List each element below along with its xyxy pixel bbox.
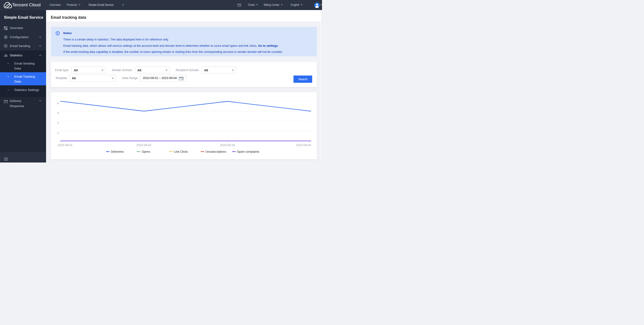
svg-text:Deliveries: Deliveries: [111, 150, 124, 154]
svg-text:1: 1: [57, 132, 59, 135]
svg-text:2: 2: [57, 121, 59, 124]
svg-text:2023-09-01: 2023-09-01: [58, 144, 72, 147]
svg-text:2023-09-03: 2023-09-03: [220, 144, 235, 147]
svg-text:Spam complaints: Spam complaints: [237, 150, 259, 154]
svg-text:3: 3: [57, 112, 59, 115]
svg-text:Opens: Opens: [142, 150, 150, 154]
svg-text:2023-09-04: 2023-09-04: [296, 144, 311, 147]
svg-text:Link Clicks: Link Clicks: [174, 150, 188, 154]
svg-text:Unsubscriptions: Unsubscriptions: [206, 150, 226, 154]
svg-text:2023-09-02: 2023-09-02: [136, 144, 151, 147]
svg-text:4: 4: [57, 102, 59, 105]
